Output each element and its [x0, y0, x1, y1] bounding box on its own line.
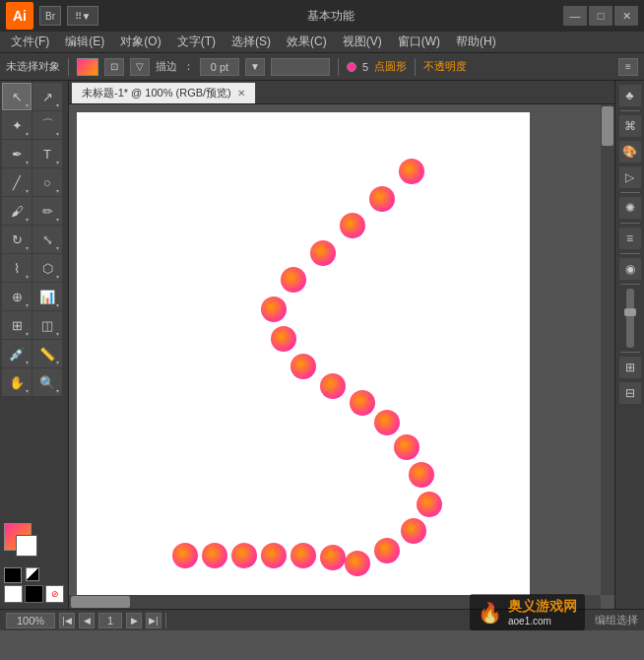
- maximize-button[interactable]: □: [589, 6, 612, 26]
- paintbrush-tool[interactable]: 🖌▾: [2, 197, 32, 225]
- stroke-dropdown[interactable]: ▼: [245, 58, 265, 76]
- horizontal-scrollbar-thumb[interactable]: [71, 596, 130, 608]
- panel-btn-5[interactable]: ✺: [619, 197, 641, 219]
- menu-object[interactable]: 对象(O): [113, 32, 167, 52]
- svg-point-20: [261, 543, 287, 568]
- zoom-input[interactable]: [6, 613, 55, 628]
- background-color[interactable]: [16, 535, 37, 557]
- opacity-label[interactable]: 不透明度: [423, 59, 467, 74]
- panel-toggle-btn[interactable]: ≡: [618, 58, 638, 76]
- stroke-mode-btn[interactable]: ▽: [130, 58, 150, 76]
- selection-tool[interactable]: ↖▾: [2, 83, 32, 110]
- panel-btn-7[interactable]: ◉: [619, 258, 641, 280]
- menu-view[interactable]: 视图(V): [336, 32, 389, 52]
- nav-first-btn[interactable]: |◀: [59, 613, 75, 628]
- svg-point-2: [340, 213, 365, 238]
- svg-point-3: [310, 240, 336, 266]
- titlebar: Ai Br ⠿▼ 基本功能 — □ ✕: [0, 0, 644, 32]
- nav-next-btn[interactable]: ▶: [126, 613, 142, 628]
- svg-point-16: [345, 551, 370, 576]
- direct-selection-tool[interactable]: ↗▾: [32, 83, 62, 110]
- panel-btn-6[interactable]: ≡: [619, 228, 641, 249]
- rotate-tool[interactable]: ↻▾: [2, 226, 32, 253]
- text-tool[interactable]: T▾: [32, 140, 62, 167]
- nav-prev-btn[interactable]: ◀: [79, 613, 95, 628]
- column-graph-tool[interactable]: 📊▾: [32, 283, 62, 310]
- eyedropper-tool[interactable]: 💉▾: [2, 340, 32, 367]
- measure-tool[interactable]: 📏▾: [32, 340, 62, 367]
- stroke-label: 描边: [156, 59, 177, 74]
- stroke-value-input[interactable]: [200, 58, 239, 76]
- magic-wand-tool[interactable]: ✦▾: [2, 111, 32, 139]
- line-tool[interactable]: ╱▾: [2, 168, 32, 196]
- dot-count: 5: [362, 61, 368, 73]
- panel-btn-8[interactable]: ⊞: [619, 357, 641, 378]
- shape-label[interactable]: 点圆形: [374, 59, 407, 74]
- workspace-label: 基本功能: [104, 8, 557, 25]
- svg-point-4: [281, 267, 306, 293]
- pencil-tool[interactable]: ✏▾: [32, 197, 62, 225]
- vertical-scrollbar[interactable]: [601, 104, 614, 595]
- svg-point-22: [320, 545, 346, 570]
- black-swatch[interactable]: [25, 585, 43, 603]
- panel-sep-3: [620, 223, 640, 224]
- swap-colors[interactable]: [26, 567, 39, 581]
- svg-point-9: [350, 390, 375, 416]
- stroke-type-btn[interactable]: ⊡: [104, 58, 124, 76]
- tab-label: 未标题-1* @ 100% (RGB/预览): [82, 86, 231, 100]
- no-color-swatch[interactable]: ⊘: [45, 585, 64, 603]
- stroke-dropdown-val[interactable]: [271, 58, 330, 76]
- fill-swatch[interactable]: [77, 58, 98, 76]
- none-swatch[interactable]: [4, 585, 23, 603]
- warp-tool[interactable]: ⌇▾: [2, 254, 32, 282]
- panel-btn-4[interactable]: ▷: [619, 166, 641, 188]
- separator: [68, 58, 69, 76]
- vertical-scrollbar-thumb[interactable]: [602, 106, 613, 146]
- menu-file[interactable]: 文件(F): [4, 32, 56, 52]
- panel-btn-1[interactable]: ♣: [619, 85, 641, 106]
- right-slider[interactable]: [626, 289, 634, 348]
- symbol-sprayer-tool[interactable]: ⊕▾: [2, 283, 32, 310]
- pen-tool[interactable]: ✒▾: [2, 140, 32, 167]
- ellipse-tool[interactable]: ○▾: [32, 168, 62, 196]
- default-foreground[interactable]: [4, 567, 22, 583]
- left-toolbar: ↖▾ ↗▾ ✦▾ ⌒▾ ✒▾ T▾ ╱▾ ○▾ 🖌▾ ✏▾ ↻▾ ⤡▾ ⌇▾ ⬡…: [0, 81, 69, 609]
- panel-sep-5: [620, 284, 640, 285]
- mesh-tool[interactable]: ⊞▾: [2, 311, 32, 339]
- artboard[interactable]: [77, 112, 530, 595]
- right-slider-thumb[interactable]: [624, 308, 636, 316]
- panel-btn-3[interactable]: 🎨: [619, 141, 641, 163]
- minimize-button[interactable]: —: [563, 6, 587, 26]
- status-info: 编组选择: [170, 613, 638, 627]
- window-controls: — □ ✕: [563, 6, 638, 26]
- menu-effect[interactable]: 效果(C): [280, 32, 334, 52]
- tab-close-btn[interactable]: ✕: [237, 88, 245, 99]
- nav-last-btn[interactable]: ▶|: [146, 613, 161, 628]
- statusbar: |◀ ◀ ▶ ▶| 编组选择: [0, 609, 644, 630]
- hand-tool[interactable]: ✋▾: [2, 368, 32, 396]
- menu-text[interactable]: 文字(T): [170, 32, 223, 52]
- close-button[interactable]: ✕: [614, 6, 638, 26]
- svg-point-10: [374, 410, 400, 435]
- status-sep: [165, 613, 166, 628]
- scale-tool[interactable]: ⤡▾: [32, 226, 62, 253]
- free-transform-tool[interactable]: ⬡▾: [32, 254, 62, 282]
- panel-btn-2[interactable]: ⌘: [619, 115, 641, 137]
- page-input[interactable]: [98, 613, 122, 628]
- menu-select[interactable]: 选择(S): [225, 32, 278, 52]
- bridge-button[interactable]: Br: [39, 6, 61, 26]
- dot-radio[interactable]: [347, 62, 356, 72]
- horizontal-scrollbar[interactable]: [69, 595, 601, 609]
- lasso-tool[interactable]: ⌒▾: [32, 111, 62, 139]
- gradient-tool[interactable]: ◫▾: [32, 311, 62, 339]
- menu-help[interactable]: 帮助(H): [449, 32, 503, 52]
- layout-dropdown[interactable]: ⠿▼: [67, 6, 98, 26]
- zoom-tool[interactable]: 🔍▾: [32, 368, 62, 396]
- panel-btn-9[interactable]: ⊟: [619, 382, 641, 404]
- document-tab[interactable]: 未标题-1* @ 100% (RGB/预览) ✕: [71, 82, 256, 103]
- menu-window[interactable]: 窗口(W): [391, 32, 447, 52]
- canvas-wrapper[interactable]: [69, 104, 614, 609]
- svg-point-5: [261, 297, 287, 322]
- svg-point-12: [409, 462, 434, 488]
- menu-edit[interactable]: 编辑(E): [58, 32, 111, 52]
